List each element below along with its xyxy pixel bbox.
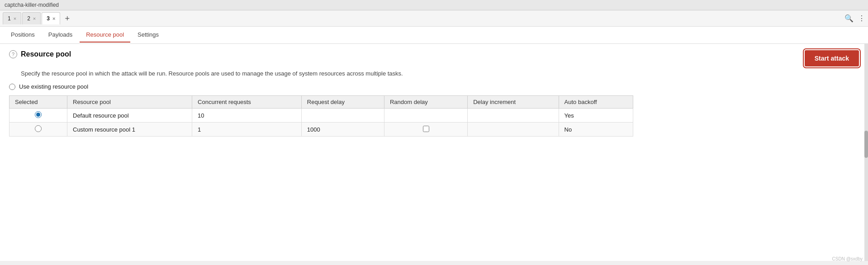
tab-2-close[interactable]: ×	[33, 16, 36, 21]
help-icon[interactable]: ?	[9, 50, 17, 58]
use-existing-radio-row: Use existing resource pool	[9, 83, 859, 90]
use-existing-radio[interactable]	[9, 84, 15, 90]
tab-2-label: 2	[27, 15, 30, 22]
row2-radio[interactable]	[35, 125, 42, 132]
row1-auto-backoff: Yes	[559, 109, 633, 123]
col-header-resource-pool: Resource pool	[67, 96, 192, 109]
tab-1-close[interactable]: ×	[14, 16, 16, 21]
row1-random-delay	[384, 109, 467, 123]
table-header: Selected Resource pool Concurrent reques…	[9, 96, 633, 109]
section-header: ? Resource pool Start attack	[9, 50, 859, 66]
table-row: Custom resource pool 1 1 1000 No	[9, 123, 633, 137]
tab-bar-actions: 🔍 ⋮	[844, 14, 865, 23]
menu-icon[interactable]: ⋮	[858, 14, 865, 23]
title-text: captcha-killer-modified	[5, 2, 59, 8]
tab-1-label: 1	[8, 15, 11, 22]
main-content: ? Resource pool Start attack Specify the…	[0, 44, 868, 261]
row2-auto-backoff: No	[559, 123, 633, 137]
row1-pool-name: Default resource pool	[67, 109, 192, 123]
tab-positions[interactable]: Positions	[5, 28, 41, 43]
nav-tabs: Positions Payloads Resource pool Setting…	[0, 27, 868, 44]
section-description: Specify the resource pool in which the a…	[21, 70, 859, 77]
scrollbar[interactable]	[864, 44, 868, 261]
row1-radio[interactable]	[35, 111, 42, 118]
row1-concurrent: 10	[192, 109, 302, 123]
col-header-request-delay: Request delay	[301, 96, 384, 109]
tab-3-label: 3	[47, 15, 50, 22]
tab-2[interactable]: 2 ×	[22, 12, 41, 24]
row2-selected-cell	[9, 123, 67, 137]
row2-random-delay-checkbox[interactable]	[423, 126, 429, 132]
tab-bar: 1 × 2 × 3 × + 🔍 ⋮	[0, 10, 868, 27]
col-header-delay-increment: Delay increment	[468, 96, 559, 109]
section-title-row: ? Resource pool	[9, 50, 71, 58]
row2-pool-name: Custom resource pool 1	[67, 123, 192, 137]
start-attack-button[interactable]: Start attack	[805, 50, 859, 66]
tab-payloads[interactable]: Payloads	[42, 28, 79, 43]
row2-request-delay: 1000	[301, 123, 384, 137]
section-title: Resource pool	[21, 50, 71, 58]
search-icon[interactable]: 🔍	[844, 14, 854, 23]
tab-add-button[interactable]: +	[61, 14, 73, 23]
row1-request-delay	[301, 109, 384, 123]
row1-delay-increment	[468, 109, 559, 123]
tab-settings[interactable]: Settings	[131, 28, 165, 43]
tab-resource-pool[interactable]: Resource pool	[80, 28, 130, 43]
row2-random-delay	[384, 123, 467, 137]
title-bar: captcha-killer-modified	[0, 0, 868, 10]
tab-3[interactable]: 3 ×	[42, 12, 60, 24]
use-existing-label[interactable]: Use existing resource pool	[19, 83, 88, 90]
col-header-concurrent: Concurrent requests	[192, 96, 302, 109]
row2-concurrent: 1	[192, 123, 302, 137]
tab-1[interactable]: 1 ×	[3, 12, 21, 24]
scrollbar-thumb[interactable]	[864, 131, 868, 158]
row1-selected-cell	[9, 109, 67, 123]
row2-delay-increment	[468, 123, 559, 137]
col-header-auto-backoff: Auto backoff	[559, 96, 633, 109]
col-header-random-delay: Random delay	[384, 96, 467, 109]
tab-3-close[interactable]: ×	[52, 16, 55, 21]
col-header-selected: Selected	[9, 96, 67, 109]
table-row: Default resource pool 10 Yes	[9, 109, 633, 123]
watermark: CSDN @sxdby	[832, 256, 863, 261]
resource-pool-table: Selected Resource pool Concurrent reques…	[9, 95, 633, 137]
table-body: Default resource pool 10 Yes Custom reso…	[9, 109, 633, 137]
